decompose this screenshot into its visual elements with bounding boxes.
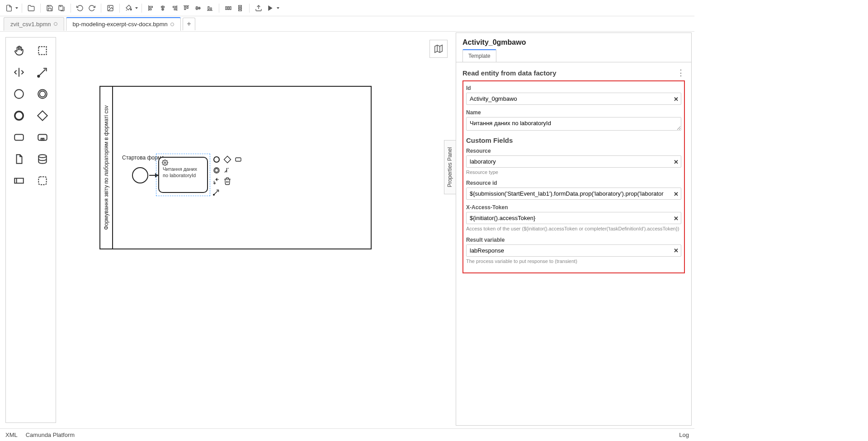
intermediate-event-icon[interactable] [31, 84, 54, 104]
align-bottom-icon[interactable] [204, 3, 215, 14]
tab-add-button[interactable]: + [183, 18, 195, 30]
footer-log[interactable]: Log [679, 432, 689, 438]
align-right-icon[interactable] [169, 3, 180, 14]
result-input[interactable] [466, 244, 681, 257]
image-icon[interactable] [105, 3, 116, 14]
change-type-icon[interactable] [212, 176, 222, 186]
connect-icon[interactable] [212, 187, 222, 197]
color-fill-icon [123, 3, 134, 14]
svg-point-31 [14, 89, 24, 99]
align-center-icon[interactable] [157, 3, 168, 14]
clear-icon[interactable]: ✕ [674, 215, 679, 221]
svg-rect-20 [226, 6, 227, 9]
tab-file-0[interactable]: zvit_csv1.bpmn [4, 17, 64, 31]
svg-rect-42 [14, 178, 24, 183]
id-input[interactable] [466, 93, 681, 105]
tab-label: bp-modeling-excerpt-csv-docx.bpmn [73, 21, 168, 28]
svg-rect-22 [230, 6, 231, 9]
main-toolbar [0, 0, 694, 16]
svg-rect-35 [38, 111, 47, 120]
end-event-icon[interactable] [8, 105, 30, 126]
svg-rect-28 [38, 47, 46, 54]
svg-rect-44 [38, 177, 46, 184]
sequence-flow[interactable] [149, 175, 158, 176]
new-file-icon [4, 3, 14, 14]
space-tool-icon[interactable] [8, 62, 30, 83]
map-icon [434, 44, 443, 54]
append-end-event-icon[interactable] [212, 155, 222, 164]
data-store-icon[interactable] [31, 149, 54, 169]
gateway-icon[interactable] [31, 105, 54, 126]
result-help: The process variable to put response to … [466, 258, 681, 264]
diagram-canvas[interactable]: Формування звіту по лабораторіям в форма… [56, 32, 456, 428]
svg-point-33 [40, 91, 46, 97]
dirty-indicator-icon [170, 23, 174, 26]
task-label: Читання даних по laboratoryId [163, 166, 197, 178]
section-menu-icon[interactable]: ⋮ [677, 69, 685, 77]
resource-id-label: Resource id [466, 180, 681, 186]
data-object-icon[interactable] [8, 149, 30, 169]
clear-icon[interactable]: ✕ [674, 95, 679, 102]
file-tabs: zvit_csv1.bpmn bp-modeling-excerpt-csv-d… [0, 16, 694, 32]
resource-input[interactable] [466, 155, 681, 168]
align-middle-icon[interactable] [193, 3, 203, 14]
svg-rect-10 [174, 9, 176, 10]
subprocess-expanded-icon[interactable] [31, 127, 54, 148]
footer-platform[interactable]: Camunda Platform [26, 432, 75, 438]
token-label: X-Access-Token [466, 204, 681, 211]
pool-icon[interactable] [8, 170, 30, 191]
section-title: Read entity from data factory [462, 69, 557, 77]
redo-icon[interactable] [86, 3, 97, 14]
undo-icon[interactable] [75, 3, 85, 14]
clear-icon[interactable]: ✕ [674, 158, 679, 165]
save-all-icon[interactable] [56, 3, 67, 14]
group-icon[interactable] [31, 170, 54, 191]
append-task-icon[interactable] [233, 155, 243, 164]
bpmn-pool[interactable]: Формування звіту по лабораторіям в форма… [99, 86, 372, 249]
align-top-icon[interactable] [181, 3, 192, 14]
footer-bar: XML Camunda Platform Log [0, 428, 694, 441]
footer-xml[interactable]: XML [5, 432, 18, 438]
save-icon[interactable] [44, 3, 55, 14]
task-icon[interactable] [8, 127, 30, 148]
connect-tool-icon[interactable] [31, 62, 54, 83]
name-input[interactable]: Читання даних по laboratoryId [466, 117, 681, 131]
svg-point-49 [214, 157, 219, 162]
append-intermediate-event-icon[interactable] [212, 165, 222, 175]
svg-rect-19 [210, 8, 212, 9]
properties-panel-collapse[interactable]: Properties Panel [444, 140, 456, 194]
hand-tool-icon[interactable] [8, 40, 30, 61]
new-file-dropdown[interactable] [4, 3, 18, 14]
svg-rect-36 [14, 135, 24, 141]
distribute-v-icon[interactable] [235, 3, 245, 14]
append-gateway-icon[interactable] [222, 155, 232, 164]
lasso-tool-icon[interactable] [31, 40, 54, 61]
distribute-h-icon[interactable] [223, 3, 234, 14]
align-left-icon[interactable] [146, 3, 156, 14]
color-dropdown[interactable] [123, 3, 138, 14]
tab-file-1[interactable]: bp-modeling-excerpt-csv-docx.bpmn [66, 17, 181, 31]
svg-rect-3 [150, 6, 153, 8]
svg-marker-45 [435, 45, 443, 53]
result-label: Result variable [466, 237, 681, 243]
clear-icon[interactable]: ✕ [674, 247, 679, 254]
resource-id-input[interactable] [466, 188, 681, 200]
clear-icon[interactable]: ✕ [674, 190, 679, 197]
svg-marker-27 [268, 5, 272, 11]
name-label: Name [466, 109, 681, 116]
start-event-icon[interactable] [8, 84, 30, 104]
svg-rect-13 [187, 6, 188, 8]
run-dropdown[interactable] [265, 3, 279, 14]
minimap-toggle[interactable] [429, 40, 448, 58]
annotation-icon[interactable] [222, 165, 232, 175]
deploy-icon[interactable] [253, 3, 264, 14]
service-task[interactable]: Читання даних по laboratoryId [158, 157, 208, 193]
start-event[interactable] [132, 167, 148, 183]
svg-point-30 [38, 75, 39, 77]
highlighted-fields: Id ✕ Name Читання даних по laboratoryId … [462, 80, 685, 273]
token-input[interactable] [466, 212, 681, 224]
tab-template[interactable]: Template [462, 49, 496, 62]
svg-rect-24 [239, 7, 242, 9]
delete-icon[interactable] [222, 176, 232, 186]
open-icon[interactable] [26, 3, 37, 14]
